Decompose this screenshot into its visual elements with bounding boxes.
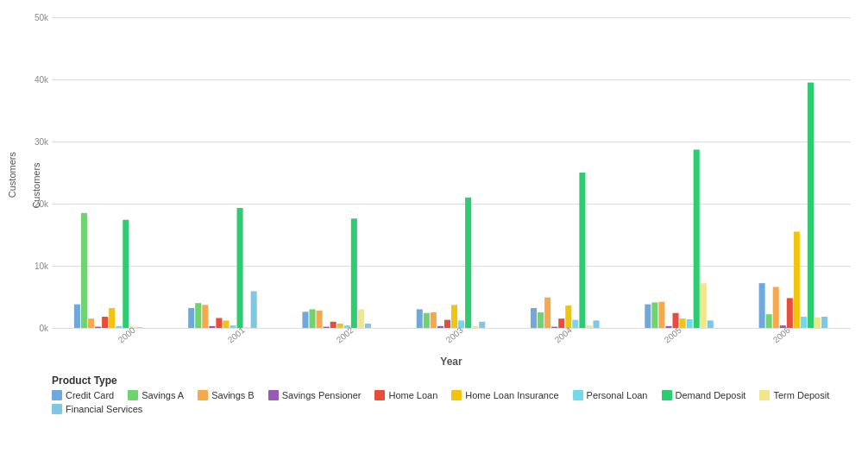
legend-item: Term Deposit (759, 390, 829, 400)
bar-2002-home_loan (330, 322, 337, 328)
legend-color-box (573, 390, 583, 400)
legend-color-box (662, 390, 672, 400)
bar-2004-savings_a (538, 312, 544, 328)
legend-title: Product Type (52, 375, 851, 387)
bar-2006-financial_services (821, 317, 827, 328)
y-tick: 50k (35, 13, 48, 22)
legend-color-box (52, 390, 62, 400)
bar-2000-credit_card (74, 305, 80, 328)
bar-2002-savings_a (310, 309, 316, 328)
legend-label: Home Loan (388, 390, 437, 400)
bar-2001-home_loan_insurance (223, 320, 229, 328)
bar-2003-demand_deposit (465, 198, 471, 328)
y-tick: 40k (35, 75, 48, 85)
legend-items: Credit CardSavings ASavings BSavings Pen… (52, 390, 851, 414)
bar-2003-savings_a (424, 313, 430, 328)
bar-2003-home_loan (444, 320, 450, 328)
bar-2003-credit_card (417, 309, 423, 328)
legend-color-box (374, 390, 385, 400)
legend-color-box (128, 390, 138, 400)
bar-2003-home_loan_insurance (451, 305, 457, 328)
y-tick: 20k (35, 199, 48, 209)
bar-2001-credit_card (188, 308, 194, 328)
bar-2003-financial_services (479, 322, 485, 328)
legend-item: Personal Loan (573, 390, 648, 400)
legend-color-box (451, 390, 462, 400)
legend-item: Home Loan Insurance (451, 390, 558, 400)
plot-area: 0k10k20k30k40k50k (52, 17, 851, 328)
bar-2004-home_loan (558, 318, 564, 328)
bar-2006-credit_card (759, 283, 765, 328)
bar-2005-savings_b (658, 302, 664, 328)
legend-item: Demand Deposit (662, 390, 746, 400)
bar-2001-savings_a (195, 303, 201, 328)
legend-label: Savings Pensioner (282, 390, 362, 400)
y-tick: 0k (39, 324, 48, 333)
legend-label: Demand Deposit (676, 390, 746, 400)
chart-svg (52, 17, 851, 328)
y-tick: 30k (35, 137, 48, 147)
legend-item: Credit Card (52, 390, 114, 400)
bar-2002-demand_deposit (351, 218, 357, 328)
legend-label: Savings B (211, 390, 255, 400)
bar-2000-savings_a (81, 213, 87, 328)
chart-area: Customers 0k10k20k30k40k50k 200020012002… (52, 17, 851, 354)
bar-2006-savings_b (773, 287, 779, 328)
bar-2000-home_loan_insurance (109, 308, 115, 328)
x-axis: 2000200120022003200420052006 (52, 328, 851, 354)
legend-color-box (52, 404, 62, 414)
y-tick: 10k (35, 261, 48, 271)
legend-label: Personal Loan (587, 390, 648, 400)
legend-item: Home Loan (374, 390, 437, 400)
legend: Product Type Credit CardSavings ASavings… (52, 375, 851, 414)
bar-2000-demand_deposit (123, 220, 129, 328)
chart-container: Customers 0k10k20k30k40k50k 200020012002… (0, 0, 868, 466)
bar-2005-credit_card (645, 305, 651, 328)
bar-2001-home_loan (216, 318, 222, 328)
legend-item: Savings B (198, 390, 255, 400)
legend-color-box (198, 390, 208, 400)
legend-label: Term Deposit (773, 390, 829, 400)
legend-item: Savings Pensioner (268, 390, 362, 400)
bar-2005-savings_a (651, 302, 657, 328)
legend-label: Savings A (142, 390, 184, 400)
legend-item: Savings A (128, 390, 184, 400)
legend-color-box (268, 390, 279, 400)
bar-2001-demand_deposit (237, 208, 243, 328)
bar-2002-credit_card (302, 312, 308, 328)
bar-2004-savings_b (544, 298, 550, 328)
bar-2004-demand_deposit (579, 173, 585, 328)
bar-2006-demand_deposit (808, 83, 814, 328)
legend-label: Home Loan Insurance (465, 390, 558, 400)
x-axis-label: Year (52, 356, 851, 368)
legend-color-box (759, 390, 770, 400)
bar-2004-credit_card (531, 308, 537, 328)
y-label: Customers (7, 152, 17, 198)
bar-2006-term_deposit (815, 318, 821, 328)
bar-2006-savings_a (766, 314, 772, 328)
bar-2004-financial_services (593, 320, 599, 328)
bar-2001-savings_b (202, 305, 208, 328)
bar-2005-demand_deposit (694, 149, 700, 328)
legend-label: Credit Card (66, 390, 114, 400)
legend-item: Financial Services (52, 404, 142, 414)
bar-2002-savings_b (317, 311, 323, 328)
bar-2000-home_loan (102, 317, 108, 328)
bar-2003-savings_b (431, 312, 437, 328)
bar-2000-savings_b (88, 318, 94, 328)
bar-2005-financial_services (708, 320, 714, 328)
legend-label: Financial Services (66, 404, 142, 414)
